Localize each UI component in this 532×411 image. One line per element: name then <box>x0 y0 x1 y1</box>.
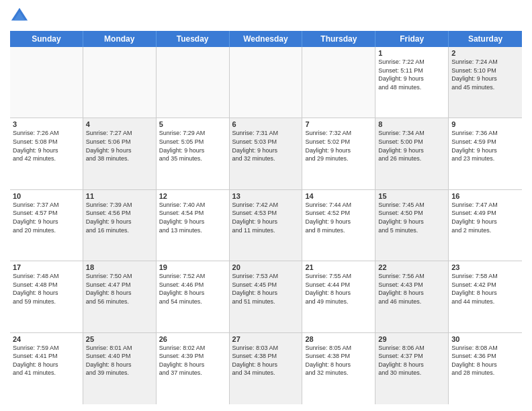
day-number: 7 <box>305 120 372 128</box>
day-number: 11 <box>86 192 153 200</box>
day-number: 25 <box>86 335 153 343</box>
cal-cell-0-2 <box>157 47 230 118</box>
day-info: Sunrise: 8:05 AM Sunset: 4:38 PM Dayligh… <box>305 344 372 377</box>
week-row-1: 3Sunrise: 7:26 AM Sunset: 5:08 PM Daylig… <box>10 118 522 189</box>
day-number: 14 <box>305 192 372 200</box>
day-info: Sunrise: 7:37 AM Sunset: 4:57 PM Dayligh… <box>13 201 80 234</box>
cal-cell-0-6: 2Sunrise: 7:24 AM Sunset: 5:10 PM Daylig… <box>449 47 522 118</box>
day-number: 24 <box>13 335 80 343</box>
day-info: Sunrise: 7:55 AM Sunset: 4:44 PM Dayligh… <box>305 272 372 306</box>
logo-icon <box>10 7 29 26</box>
cal-cell-3-2: 19Sunrise: 7:52 AM Sunset: 4:46 PM Dayli… <box>157 261 230 332</box>
header-day-saturday: Saturday <box>449 31 522 47</box>
cal-cell-3-3: 20Sunrise: 7:53 AM Sunset: 4:45 PM Dayli… <box>230 261 303 332</box>
day-number: 26 <box>159 335 226 343</box>
day-number: 28 <box>305 335 372 343</box>
cal-cell-0-3 <box>230 47 303 118</box>
day-number: 8 <box>378 120 445 128</box>
day-info: Sunrise: 7:58 AM Sunset: 4:42 PM Dayligh… <box>451 272 519 306</box>
day-info: Sunrise: 8:06 AM Sunset: 4:37 PM Dayligh… <box>378 344 445 377</box>
day-number: 4 <box>86 120 153 128</box>
day-info: Sunrise: 8:02 AM Sunset: 4:39 PM Dayligh… <box>159 344 226 377</box>
day-number: 22 <box>378 263 445 271</box>
day-number: 23 <box>451 263 519 271</box>
header-day-tuesday: Tuesday <box>157 31 230 47</box>
cal-cell-4-6: 30Sunrise: 8:08 AM Sunset: 4:36 PM Dayli… <box>449 333 522 404</box>
day-number: 27 <box>232 335 300 343</box>
day-info: Sunrise: 7:44 AM Sunset: 4:52 PM Dayligh… <box>305 201 372 234</box>
cal-cell-2-0: 10Sunrise: 7:37 AM Sunset: 4:57 PM Dayli… <box>10 190 83 261</box>
day-info: Sunrise: 7:39 AM Sunset: 4:56 PM Dayligh… <box>86 201 153 234</box>
day-number: 12 <box>159 192 226 200</box>
cal-cell-0-4 <box>302 47 375 118</box>
calendar-header: SundayMondayTuesdayWednesdayThursdayFrid… <box>10 31 522 47</box>
cal-cell-1-4: 7Sunrise: 7:32 AM Sunset: 5:02 PM Daylig… <box>302 118 375 189</box>
day-info: Sunrise: 7:36 AM Sunset: 4:59 PM Dayligh… <box>451 129 519 163</box>
day-info: Sunrise: 7:24 AM Sunset: 5:10 PM Dayligh… <box>451 58 519 91</box>
cal-cell-3-4: 21Sunrise: 7:55 AM Sunset: 4:44 PM Dayli… <box>302 261 375 332</box>
cal-cell-4-1: 25Sunrise: 8:01 AM Sunset: 4:40 PM Dayli… <box>83 333 157 404</box>
day-info: Sunrise: 7:56 AM Sunset: 4:43 PM Dayligh… <box>378 272 445 306</box>
cal-cell-4-3: 27Sunrise: 8:03 AM Sunset: 4:38 PM Dayli… <box>230 333 303 404</box>
day-info: Sunrise: 7:40 AM Sunset: 4:54 PM Dayligh… <box>159 201 226 234</box>
day-info: Sunrise: 7:48 AM Sunset: 4:48 PM Dayligh… <box>13 272 80 306</box>
cal-cell-2-3: 13Sunrise: 7:42 AM Sunset: 4:53 PM Dayli… <box>230 190 303 261</box>
day-number: 29 <box>378 335 445 343</box>
week-row-2: 10Sunrise: 7:37 AM Sunset: 4:57 PM Dayli… <box>10 190 522 261</box>
day-info: Sunrise: 7:22 AM Sunset: 5:11 PM Dayligh… <box>378 58 445 91</box>
week-row-3: 17Sunrise: 7:48 AM Sunset: 4:48 PM Dayli… <box>10 261 522 332</box>
day-number: 18 <box>86 263 153 271</box>
cal-cell-0-5: 1Sunrise: 7:22 AM Sunset: 5:11 PM Daylig… <box>375 47 449 118</box>
cal-cell-4-0: 24Sunrise: 7:59 AM Sunset: 4:41 PM Dayli… <box>10 333 83 404</box>
day-number: 3 <box>13 120 80 128</box>
day-number: 6 <box>232 120 300 128</box>
cal-cell-4-5: 29Sunrise: 8:06 AM Sunset: 4:37 PM Dayli… <box>375 333 449 404</box>
day-number: 9 <box>451 120 519 128</box>
day-info: Sunrise: 7:31 AM Sunset: 5:03 PM Dayligh… <box>232 129 300 163</box>
day-number: 17 <box>13 263 80 271</box>
cal-cell-3-5: 22Sunrise: 7:56 AM Sunset: 4:43 PM Dayli… <box>375 261 449 332</box>
cal-cell-4-4: 28Sunrise: 8:05 AM Sunset: 4:38 PM Dayli… <box>302 333 375 404</box>
cal-cell-3-1: 18Sunrise: 7:50 AM Sunset: 4:47 PM Dayli… <box>83 261 157 332</box>
cal-cell-1-6: 9Sunrise: 7:36 AM Sunset: 4:59 PM Daylig… <box>449 118 522 189</box>
day-info: Sunrise: 8:03 AM Sunset: 4:38 PM Dayligh… <box>232 344 300 377</box>
day-info: Sunrise: 8:08 AM Sunset: 4:36 PM Dayligh… <box>451 344 519 377</box>
cal-cell-0-0 <box>10 47 83 118</box>
cal-cell-1-5: 8Sunrise: 7:34 AM Sunset: 5:00 PM Daylig… <box>375 118 449 189</box>
header <box>10 7 522 26</box>
header-day-thursday: Thursday <box>302 31 375 47</box>
day-number: 1 <box>378 49 445 57</box>
day-info: Sunrise: 7:59 AM Sunset: 4:41 PM Dayligh… <box>13 344 80 377</box>
calendar-body: 1Sunrise: 7:22 AM Sunset: 5:11 PM Daylig… <box>10 47 522 404</box>
week-row-0: 1Sunrise: 7:22 AM Sunset: 5:11 PM Daylig… <box>10 47 522 118</box>
cal-cell-3-0: 17Sunrise: 7:48 AM Sunset: 4:48 PM Dayli… <box>10 261 83 332</box>
header-day-sunday: Sunday <box>10 31 83 47</box>
day-info: Sunrise: 7:34 AM Sunset: 5:00 PM Dayligh… <box>378 129 445 163</box>
day-number: 16 <box>451 192 519 200</box>
calendar: SundayMondayTuesdayWednesdayThursdayFrid… <box>10 31 522 404</box>
day-info: Sunrise: 7:50 AM Sunset: 4:47 PM Dayligh… <box>86 272 153 306</box>
day-number: 13 <box>232 192 300 200</box>
header-day-monday: Monday <box>83 31 157 47</box>
cal-cell-2-1: 11Sunrise: 7:39 AM Sunset: 4:56 PM Dayli… <box>83 190 157 261</box>
page: SundayMondayTuesdayWednesdayThursdayFrid… <box>0 0 532 411</box>
day-info: Sunrise: 7:42 AM Sunset: 4:53 PM Dayligh… <box>232 201 300 234</box>
day-number: 2 <box>451 49 519 57</box>
logo <box>10 7 32 26</box>
cal-cell-4-2: 26Sunrise: 8:02 AM Sunset: 4:39 PM Dayli… <box>157 333 230 404</box>
cal-cell-1-0: 3Sunrise: 7:26 AM Sunset: 5:08 PM Daylig… <box>10 118 83 189</box>
day-number: 15 <box>378 192 445 200</box>
header-day-wednesday: Wednesday <box>230 31 303 47</box>
cal-cell-2-4: 14Sunrise: 7:44 AM Sunset: 4:52 PM Dayli… <box>302 190 375 261</box>
cal-cell-2-2: 12Sunrise: 7:40 AM Sunset: 4:54 PM Dayli… <box>157 190 230 261</box>
day-info: Sunrise: 7:45 AM Sunset: 4:50 PM Dayligh… <box>378 201 445 234</box>
cal-cell-2-6: 16Sunrise: 7:47 AM Sunset: 4:49 PM Dayli… <box>449 190 522 261</box>
day-info: Sunrise: 7:26 AM Sunset: 5:08 PM Dayligh… <box>13 129 80 163</box>
cal-cell-2-5: 15Sunrise: 7:45 AM Sunset: 4:50 PM Dayli… <box>375 190 449 261</box>
day-number: 5 <box>159 120 226 128</box>
cal-cell-0-1 <box>83 47 157 118</box>
day-info: Sunrise: 7:52 AM Sunset: 4:46 PM Dayligh… <box>159 272 226 306</box>
cal-cell-3-6: 23Sunrise: 7:58 AM Sunset: 4:42 PM Dayli… <box>449 261 522 332</box>
day-number: 30 <box>451 335 519 343</box>
day-number: 20 <box>232 263 300 271</box>
